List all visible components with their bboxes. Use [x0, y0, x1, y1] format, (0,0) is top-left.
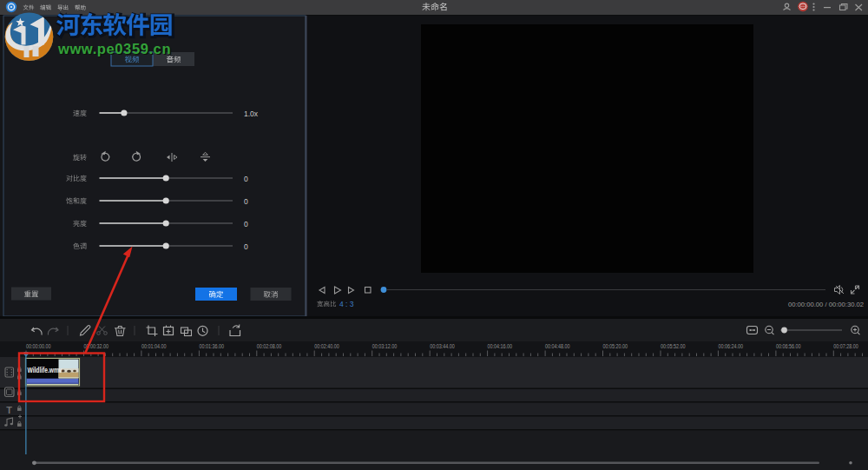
svg-text:00:05:20.00: 00:05:20.00 [603, 343, 628, 349]
svg-text:00:01:04.00: 00:01:04.00 [141, 343, 167, 349]
svg-text:00:07:28.00: 00:07:28.00 [833, 343, 858, 349]
svg-text:0: 0 [244, 197, 248, 206]
svg-text:00:02:08.00: 00:02:08.00 [257, 343, 282, 349]
svg-text:T: T [6, 405, 12, 415]
svg-text:00:00:00.00: 00:00:00.00 [26, 343, 51, 349]
svg-text:00:01:36.00: 00:01:36.00 [199, 343, 224, 349]
svg-text:www.pe0359.cn: www.pe0359.cn [57, 41, 171, 56]
svg-text:00:04:48.00: 00:04:48.00 [545, 343, 570, 349]
svg-text:1.0x: 1.0x [244, 109, 259, 118]
svg-text:00:03:12.00: 00:03:12.00 [372, 343, 398, 349]
svg-text:00:02:40.00: 00:02:40.00 [314, 343, 339, 349]
svg-text:Wildlife.wmv: Wildlife.wmv [28, 366, 62, 374]
svg-text:00:06:24.00: 00:06:24.00 [718, 343, 743, 349]
svg-text:00:03:44.00: 00:03:44.00 [430, 343, 455, 349]
svg-text:4 : 3: 4 : 3 [339, 300, 354, 308]
svg-text:0: 0 [244, 175, 248, 183]
svg-text:00:04:16.00: 00:04:16.00 [488, 343, 513, 349]
svg-text:0: 0 [244, 242, 248, 251]
svg-text:0: 0 [244, 220, 248, 228]
svg-text:00:05:52.00: 00:05:52.00 [661, 343, 686, 349]
svg-text:00:00:00.00 / 00:00:30.02: 00:00:00.00 / 00:00:30.02 [788, 301, 865, 308]
svg-text:00:06:56.00: 00:06:56.00 [776, 343, 801, 349]
